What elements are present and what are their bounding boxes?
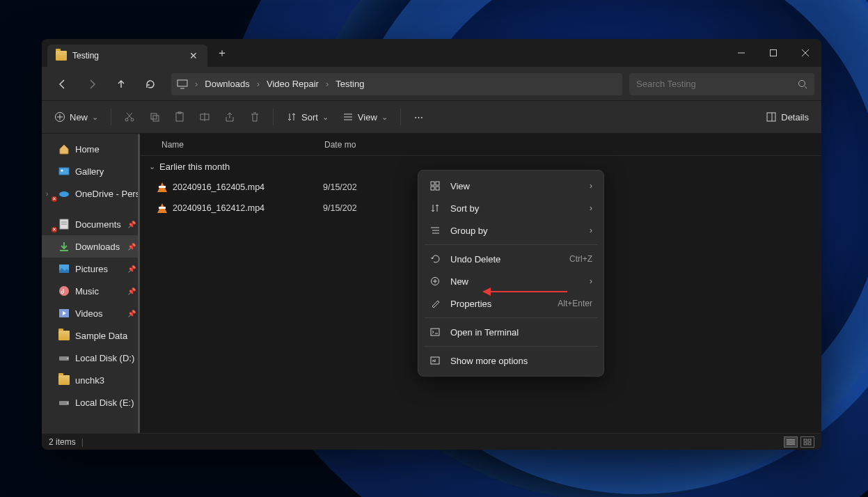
menu-item-label: Properties: [450, 299, 548, 309]
share-button[interactable]: [219, 105, 241, 129]
svg-line-14: [127, 113, 132, 118]
column-headers[interactable]: Name Date mo: [141, 134, 821, 156]
sidebar-item-pictures[interactable]: Pictures📌: [42, 258, 140, 280]
close-button[interactable]: [789, 39, 821, 67]
file-name: 20240916_162412.mp4: [173, 203, 323, 213]
sidebar-item-onedrive-perso[interactable]: ›✕OneDrive - Perso: [42, 182, 140, 205]
sidebar-item-label: Home: [75, 144, 100, 155]
sidebar-item-downloads[interactable]: Downloads📌: [42, 235, 140, 258]
rename-button[interactable]: [194, 105, 216, 129]
tab-close-icon[interactable]: ✕: [188, 50, 199, 61]
cut-button[interactable]: [118, 105, 141, 129]
sidebar-item-label: Downloads: [75, 242, 120, 252]
new-button[interactable]: New ⌄: [49, 105, 104, 129]
terminal-icon: [429, 326, 441, 338]
tab-testing[interactable]: Testing ✕: [47, 45, 207, 67]
menu-shortcut: Alt+Enter: [558, 299, 592, 308]
svg-point-38: [67, 402, 68, 404]
folder-icon: [56, 51, 67, 61]
home-icon: [58, 143, 70, 155]
videos-icon: [58, 308, 70, 319]
sidebar-item-videos[interactable]: Videos📌: [42, 302, 140, 324]
view-icon: [429, 180, 441, 191]
svg-rect-47: [436, 182, 439, 185]
search-input[interactable]: [636, 79, 798, 89]
sort-icon: [286, 111, 297, 123]
details-button[interactable]: Details: [760, 105, 814, 129]
up-button[interactable]: [107, 72, 135, 97]
breadcrumb-seg-1[interactable]: Video Repair: [267, 79, 319, 89]
menu-item-label: Undo Delete: [450, 254, 560, 265]
new-label: New: [70, 112, 88, 123]
sidebar-item-sample-data[interactable]: Sample Data: [42, 324, 140, 347]
menu-item-show-more-options[interactable]: Show more options: [423, 349, 599, 372]
details-view-toggle[interactable]: [784, 436, 798, 448]
onedrive-icon: [58, 188, 70, 199]
view-button[interactable]: View ⌄: [337, 105, 393, 129]
svg-rect-56: [431, 329, 439, 336]
sidebar-item-home[interactable]: Home: [42, 138, 140, 160]
svg-point-28: [59, 191, 69, 197]
paste-icon: [174, 111, 185, 123]
maximize-button[interactable]: [757, 39, 789, 67]
menu-item-label: Sort by: [450, 203, 580, 214]
chevron-right-icon: ›: [322, 79, 333, 89]
new-icon: [429, 276, 441, 287]
delete-button[interactable]: [244, 105, 266, 129]
sidebar-item-music[interactable]: Music📌: [42, 280, 140, 302]
breadcrumb-seg-0[interactable]: Downloads: [205, 79, 249, 89]
sidebar-item-documents[interactable]: ✕Documents📌: [42, 213, 140, 235]
new-tab-button[interactable]: ＋: [212, 46, 232, 61]
chevron-down-icon: ⌄: [381, 113, 388, 122]
minimize-button[interactable]: [725, 39, 757, 67]
svg-point-27: [61, 170, 63, 172]
sidebar-item-label: Gallery: [75, 166, 104, 177]
breadcrumb[interactable]: › Downloads › Video Repair › Testing: [171, 73, 622, 95]
menu-item-group-by[interactable]: Group by›: [423, 219, 599, 242]
drive-icon: [58, 352, 70, 363]
menu-item-new[interactable]: New›: [423, 270, 599, 292]
col-name[interactable]: Name: [141, 140, 324, 150]
svg-rect-45: [808, 443, 811, 445]
menu-item-open-in-terminal[interactable]: Open in Terminal: [423, 321, 599, 343]
delete-icon: [249, 111, 260, 123]
refresh-button[interactable]: [136, 72, 164, 97]
sidebar-item-label: Music: [75, 286, 99, 297]
forward-button[interactable]: [78, 72, 106, 97]
svg-rect-4: [177, 80, 187, 86]
sidebar-item-local-disk-d-[interactable]: Local Disk (D:): [42, 347, 140, 369]
titlebar: Testing ✕ ＋: [42, 39, 821, 67]
separator: [273, 109, 274, 125]
sidebar-item-label: Local Disk (D:): [75, 353, 134, 363]
svg-rect-46: [431, 182, 434, 185]
back-button[interactable]: [49, 72, 77, 97]
sidebar-item-label: Documents: [75, 219, 121, 230]
svg-rect-1: [771, 50, 777, 56]
more-icon: ⋯: [413, 111, 425, 123]
separator: [400, 109, 401, 125]
breadcrumb-seg-2[interactable]: Testing: [336, 79, 364, 89]
pictures-icon: [58, 263, 70, 274]
vlc-icon: [157, 203, 167, 213]
chevron-down-icon: ⌄: [149, 162, 155, 171]
thumbnails-view-toggle[interactable]: [800, 436, 814, 448]
tab-title: Testing: [72, 51, 182, 61]
sidebar-item-local-disk-e-[interactable]: Local Disk (E:): [42, 391, 140, 413]
copy-button[interactable]: [143, 105, 166, 129]
menu-item-properties[interactable]: PropertiesAlt+Enter: [423, 292, 599, 315]
search-icon[interactable]: [798, 79, 807, 89]
sidebar-item-unchk3[interactable]: unchk3: [42, 369, 140, 391]
more-button[interactable]: ⋯: [408, 105, 430, 129]
menu-item-undo-delete[interactable]: Undo DeleteCtrl+Z: [423, 248, 599, 270]
group-icon: [429, 225, 441, 236]
menu-separator: [424, 346, 598, 347]
sort-button[interactable]: Sort ⌄: [281, 105, 334, 129]
window-controls: [725, 39, 821, 67]
paste-button[interactable]: [168, 105, 191, 129]
search-box[interactable]: [629, 73, 814, 95]
pc-icon[interactable]: [177, 79, 188, 89]
menu-item-view[interactable]: View›: [423, 175, 599, 197]
menu-item-sort-by[interactable]: Sort by›: [423, 197, 599, 219]
sidebar-item-gallery[interactable]: Gallery: [42, 160, 140, 182]
col-date[interactable]: Date mo: [324, 140, 429, 150]
